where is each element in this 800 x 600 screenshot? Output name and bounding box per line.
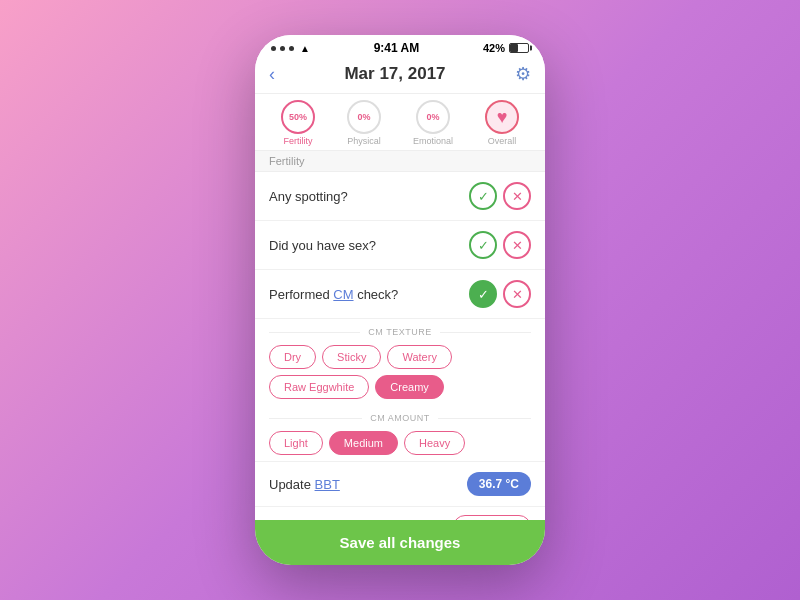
wifi-icon: ▲ — [300, 43, 310, 54]
texture-raw-eggwhite[interactable]: Raw Eggwhite — [269, 375, 369, 399]
cm-amount-options: Light Medium Heavy — [255, 427, 545, 461]
tab-label-overall: Overall — [488, 136, 517, 146]
tab-label-physical: Physical — [347, 136, 381, 146]
save-changes-button[interactable]: Save all changes — [255, 520, 545, 565]
cm-texture-divider: CM TEXTURE — [255, 319, 545, 341]
bbt-row: Update BBT 36.7 °C — [255, 461, 545, 506]
question-spotting: Any spotting? ✓ ✕ — [255, 172, 545, 221]
amount-medium[interactable]: Medium — [329, 431, 398, 455]
spotting-cross-button[interactable]: ✕ — [503, 182, 531, 210]
tab-emotional[interactable]: 0% Emotional — [413, 100, 453, 146]
sex-cross-button[interactable]: ✕ — [503, 231, 531, 259]
question-cm-text: Performed CM check? — [269, 287, 398, 302]
amount-light[interactable]: Light — [269, 431, 323, 455]
battery-icon — [509, 43, 529, 53]
signal-dot2 — [280, 46, 285, 51]
tab-label-emotional: Emotional — [413, 136, 453, 146]
tab-circle-physical: 0% — [347, 100, 381, 134]
texture-watery[interactable]: Watery — [387, 345, 451, 369]
ovulation-row: Ovulation test Pick brand — [255, 506, 545, 520]
cm-texture-label: CM TEXTURE — [368, 327, 431, 337]
cm-link[interactable]: CM — [333, 287, 353, 302]
amount-heavy[interactable]: Heavy — [404, 431, 465, 455]
divider-line-right — [440, 332, 531, 333]
battery-fill — [510, 44, 518, 52]
question-cm-actions: ✓ ✕ — [469, 280, 531, 308]
status-right: 42% — [483, 42, 529, 54]
signal-dot3 — [289, 46, 294, 51]
header: ‹ Mar 17, 2017 ⚙ — [255, 59, 545, 94]
tab-overall[interactable]: Overall — [485, 100, 519, 146]
question-spotting-text: Any spotting? — [269, 189, 348, 204]
sex-check-button[interactable]: ✓ — [469, 231, 497, 259]
cm-check-button[interactable]: ✓ — [469, 280, 497, 308]
signal-dot1 — [271, 46, 276, 51]
status-time: 9:41 AM — [374, 41, 420, 55]
tab-circle-emotional: 0% — [416, 100, 450, 134]
bbt-value-button[interactable]: 36.7 °C — [467, 472, 531, 496]
tabs-bar: 50% Fertility 0% Physical 0% Emotional O… — [255, 94, 545, 151]
battery-percent: 42% — [483, 42, 505, 54]
scroll-area: Any spotting? ✓ ✕ Did you have sex? ✓ ✕ … — [255, 172, 545, 520]
cm-cross-button[interactable]: ✕ — [503, 280, 531, 308]
gear-icon[interactable]: ⚙ — [515, 63, 531, 85]
tab-label-fertility: Fertility — [283, 136, 312, 146]
cm-texture-options: Dry Sticky Watery Raw Eggwhite Creamy — [255, 341, 545, 405]
texture-creamy[interactable]: Creamy — [375, 375, 444, 399]
spotting-check-button[interactable]: ✓ — [469, 182, 497, 210]
texture-dry[interactable]: Dry — [269, 345, 316, 369]
divider-amount-left — [269, 418, 362, 419]
divider-line-left — [269, 332, 360, 333]
question-sex: Did you have sex? ✓ ✕ — [255, 221, 545, 270]
question-spotting-actions: ✓ ✕ — [469, 182, 531, 210]
question-cm: Performed CM check? ✓ ✕ — [255, 270, 545, 319]
content-area: Any spotting? ✓ ✕ Did you have sex? ✓ ✕ … — [255, 172, 545, 565]
tab-circle-fertility: 50% — [281, 100, 315, 134]
divider-amount-right — [438, 418, 531, 419]
status-left: ▲ — [271, 43, 310, 54]
question-sex-actions: ✓ ✕ — [469, 231, 531, 259]
bbt-link[interactable]: BBT — [315, 477, 340, 492]
tab-physical[interactable]: 0% Physical — [347, 100, 381, 146]
cm-amount-label: CM AMOUNT — [370, 413, 430, 423]
bbt-label: Update BBT — [269, 477, 340, 492]
cm-amount-divider: CM AMOUNT — [255, 405, 545, 427]
phone-container: ▲ 9:41 AM 42% ‹ Mar 17, 2017 ⚙ 50% Ferti… — [255, 35, 545, 565]
header-title: Mar 17, 2017 — [344, 64, 445, 84]
section-label: Fertility — [255, 151, 545, 172]
tab-fertility[interactable]: 50% Fertility — [281, 100, 315, 146]
status-bar: ▲ 9:41 AM 42% — [255, 35, 545, 59]
texture-sticky[interactable]: Sticky — [322, 345, 381, 369]
tab-circle-overall — [485, 100, 519, 134]
back-button[interactable]: ‹ — [269, 64, 275, 85]
question-sex-text: Did you have sex? — [269, 238, 376, 253]
